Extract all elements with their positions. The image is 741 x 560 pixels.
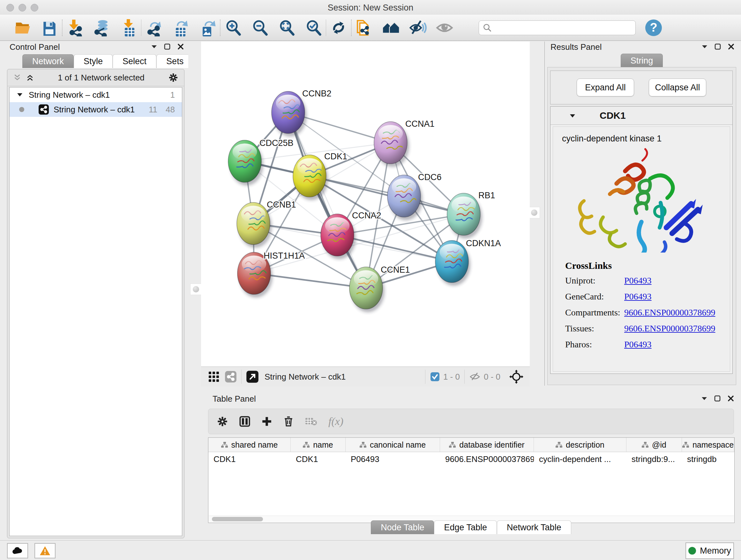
collapse-section-icon[interactable] <box>569 114 576 118</box>
tab-sets[interactable]: Sets <box>156 54 193 68</box>
hidden-eye-icon[interactable] <box>469 371 481 382</box>
open-file-icon[interactable] <box>13 18 32 37</box>
zoom-in-icon[interactable] <box>224 18 242 37</box>
crosslinks-list: Uniprot:P06493GeneCard:P06493Compartment… <box>565 275 715 350</box>
create-column-plus-icon[interactable] <box>261 416 272 427</box>
float-panel-icon[interactable] <box>715 44 721 50</box>
network-node-CCNE1[interactable]: CCNE1 <box>349 265 410 312</box>
delete-column-trash-icon[interactable] <box>283 416 294 427</box>
table-cell[interactable]: CDK1 <box>208 452 291 466</box>
float-panel-icon[interactable] <box>714 395 721 401</box>
panel-menu-icon[interactable] <box>701 396 707 400</box>
refresh-icon[interactable] <box>329 18 348 37</box>
float-panel-icon[interactable] <box>164 44 171 50</box>
network-collection-row[interactable]: String Network – cdk1 1 <box>10 87 182 102</box>
network-node-CDC6[interactable]: CDC6 <box>387 172 442 220</box>
import-database-icon[interactable] <box>92 18 111 37</box>
collection-label: String Network – cdk1 <box>29 90 110 100</box>
help-icon[interactable]: ? <box>645 19 662 36</box>
network-node-CDC25B[interactable]: CDC25B <box>228 138 293 186</box>
table-header-row: shared namenamecanonical namedatabase id… <box>208 438 734 452</box>
network-node-CCNB2[interactable]: CCNB2 <box>272 89 332 137</box>
network-canvas[interactable]: CCNB2CCNA1CDC25BCDK1CDC6RB1CCNB1CCNA2CDK… <box>201 42 530 367</box>
network-list-icon[interactable] <box>225 371 237 383</box>
string-document-icon[interactable] <box>355 18 374 37</box>
tab-network[interactable]: Network <box>22 54 74 68</box>
home-icon[interactable] <box>382 18 400 37</box>
expand-all-tree-icon[interactable] <box>26 73 34 82</box>
tab-style[interactable]: Style <box>74 54 113 68</box>
column-header-canonical-name[interactable]: canonical name <box>346 438 440 452</box>
table-cell[interactable]: 9606.ENSP00000378699 <box>440 452 534 466</box>
network-node-CDKN1A[interactable]: CDKN1A <box>435 239 501 286</box>
crosslink-link[interactable]: 9606.ENSP00000378699 <box>624 323 715 334</box>
column-header-name[interactable]: name <box>291 438 346 452</box>
table-cell[interactable]: CDK1 <box>291 452 346 466</box>
tab-edge-table[interactable]: Edge Table <box>434 520 497 534</box>
selected-checkbox-icon[interactable] <box>430 372 440 382</box>
gear-icon[interactable] <box>168 72 179 83</box>
export-table-icon[interactable] <box>172 18 190 37</box>
close-panel-icon[interactable] <box>178 44 184 50</box>
crosslink-label: Tissues: <box>565 323 624 334</box>
table-cell[interactable]: stringdb:9... <box>626 452 682 466</box>
crosslinks-heading: CrossLinks <box>565 260 715 271</box>
fit-selected-crosshair-icon[interactable] <box>509 370 523 384</box>
import-network-icon[interactable] <box>66 18 84 37</box>
grid-view-icon[interactable] <box>208 371 219 382</box>
zoom-fit-icon[interactable] <box>277 18 296 37</box>
tree-expander-icon[interactable] <box>17 93 22 97</box>
column-header-database-identifier[interactable]: database identifier <box>440 438 534 452</box>
birds-eye-view-icon[interactable] <box>246 370 259 383</box>
tab-select[interactable]: Select <box>113 54 156 68</box>
column-header-namespace[interactable]: namespace <box>682 438 734 452</box>
expand-all-button[interactable]: Expand All <box>577 78 634 97</box>
save-session-icon[interactable] <box>40 18 59 37</box>
node-table[interactable]: shared namenamecanonical namedatabase id… <box>208 437 735 523</box>
export-image-icon[interactable] <box>198 18 217 37</box>
tab-string[interactable]: String <box>621 54 663 67</box>
crosslink-link[interactable]: P06493 <box>624 339 652 350</box>
panel-menu-icon[interactable] <box>702 45 708 49</box>
table-cell[interactable]: stringdb <box>682 452 734 466</box>
table-cell[interactable]: cyclin-dependent ... <box>534 452 626 466</box>
network-node-HIST1H1A[interactable]: HIST1H1A <box>238 251 305 298</box>
zoom-out-icon[interactable] <box>251 18 269 37</box>
crosslink-link[interactable]: P06493 <box>624 292 652 302</box>
table-row[interactable]: CDK1CDK1P064939606.ENSP00000378699cyclin… <box>208 452 734 466</box>
search-input[interactable] <box>479 20 636 35</box>
network-node-RB1[interactable]: RB1 <box>447 191 495 239</box>
network-row[interactable]: String Network – cdk1 11 48 <box>10 102 182 117</box>
column-header-description[interactable]: description <box>534 438 626 452</box>
network-node-CCNA1[interactable]: CCNA1 <box>374 119 434 167</box>
import-table-icon[interactable] <box>119 18 138 37</box>
table-options-gear-icon[interactable] <box>217 416 228 427</box>
panel-menu-icon[interactable] <box>151 45 157 49</box>
close-panel-icon[interactable] <box>728 395 734 401</box>
collapse-all-tree-icon[interactable] <box>13 73 21 82</box>
cloud-button[interactable] <box>7 543 28 558</box>
network-node-CCNB1[interactable]: CCNB1 <box>237 200 296 248</box>
right-splitter-grip[interactable] <box>529 207 540 219</box>
column-header--id[interactable]: @id <box>626 438 682 452</box>
show-columns-icon[interactable] <box>239 416 251 427</box>
crosslink-link[interactable]: P06493 <box>624 275 652 286</box>
zoom-selected-icon[interactable] <box>304 18 323 37</box>
close-panel-icon[interactable] <box>728 44 734 50</box>
export-network-icon[interactable] <box>145 18 163 37</box>
crosslink-link[interactable]: 9606.ENSP00000378699 <box>624 307 715 318</box>
eye-icon[interactable] <box>435 18 454 37</box>
collapse-all-button[interactable]: Collapse All <box>649 78 706 97</box>
crosslink-row: Uniprot:P06493 <box>565 275 715 286</box>
tab-network-table[interactable]: Network Table <box>497 520 571 534</box>
function-builder-icon[interactable]: f(x) <box>328 415 343 428</box>
hide-eye-icon[interactable] <box>408 18 427 37</box>
warnings-button[interactable] <box>35 543 56 558</box>
tab-node-table[interactable]: Node Table <box>371 520 434 534</box>
column-header-shared-name[interactable]: shared name <box>208 438 291 452</box>
left-splitter[interactable] <box>188 42 201 386</box>
table-cell[interactable]: P06493 <box>346 452 440 466</box>
delete-table-icon[interactable] <box>305 417 318 426</box>
memory-button[interactable]: Memory <box>685 543 734 559</box>
left-splitter-grip[interactable] <box>190 284 202 295</box>
